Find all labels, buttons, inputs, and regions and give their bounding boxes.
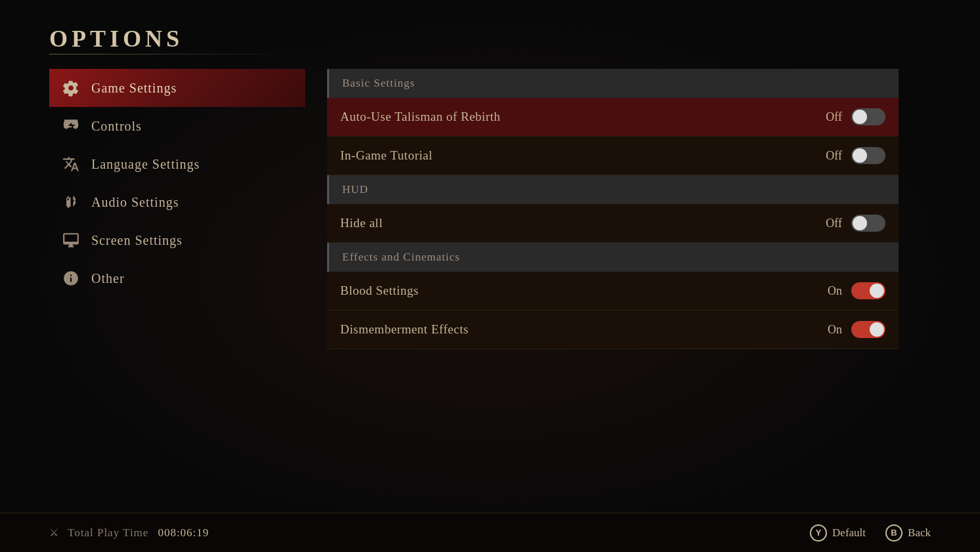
setting-value-hide-all: Off (819, 217, 842, 230)
toggle-knob-blood-settings (870, 284, 884, 298)
sidebar-item-screen-settings[interactable]: Screen Settings (49, 221, 305, 259)
setting-value-auto-use-talisman: Off (819, 110, 842, 124)
toggle-in-game-tutorial[interactable] (851, 147, 885, 164)
setting-row-auto-use-talisman[interactable]: Auto-Use Talisman of Rebirth Off (327, 98, 899, 137)
setting-control-auto-use-talisman: Off (819, 108, 885, 125)
section-header-effects: Effects and Cinematics (327, 243, 899, 272)
setting-control-hide-all: Off (819, 215, 885, 232)
controller-icon (62, 117, 79, 135)
section-header-basic-settings: Basic Settings (327, 69, 899, 98)
playtime-value: 008:06:19 (158, 526, 209, 540)
toggle-knob-in-game-tutorial (853, 148, 867, 163)
back-button-label: Back (908, 526, 931, 540)
default-button[interactable]: Y Default (810, 524, 866, 541)
gear-icon (62, 79, 79, 96)
setting-row-blood-settings[interactable]: Blood Settings On (327, 272, 899, 310)
setting-name-in-game-tutorial: In-Game Tutorial (340, 148, 432, 163)
setting-row-dismemberment-effects[interactable]: Dismemberment Effects On (327, 310, 899, 349)
toggle-dismemberment-effects[interactable] (851, 321, 885, 338)
sidebar: Game Settings Controls Language Settings (49, 69, 305, 297)
setting-control-dismemberment-effects: On (819, 321, 885, 338)
playtime-section: ⚔ Total Play Time 008:06:19 (49, 526, 209, 540)
b-button-icon: B (885, 524, 902, 541)
toggle-knob-hide-all (853, 216, 867, 230)
screen-icon (62, 232, 79, 249)
toggle-auto-use-talisman[interactable] (851, 108, 885, 125)
bottom-controls: Y Default B Back (810, 524, 931, 541)
section-header-hud: HUD (327, 175, 899, 204)
sidebar-item-label-controls: Controls (91, 119, 142, 134)
setting-name-dismemberment-effects: Dismemberment Effects (340, 322, 468, 337)
main-panel: Basic Settings Auto-Use Talisman of Rebi… (327, 69, 899, 349)
setting-name-auto-use-talisman: Auto-Use Talisman of Rebirth (340, 110, 501, 124)
sidebar-item-audio-settings[interactable]: Audio Settings (49, 183, 305, 221)
sidebar-item-other[interactable]: Other (49, 259, 305, 297)
playtime-icon: ⚔ (49, 526, 58, 539)
sidebar-item-label-screen-settings: Screen Settings (91, 233, 183, 248)
title-divider (49, 54, 292, 54)
setting-value-dismemberment-effects: On (819, 323, 842, 337)
sidebar-item-label-game-settings: Game Settings (91, 81, 177, 96)
info-icon (62, 270, 79, 287)
setting-name-blood-settings: Blood Settings (340, 284, 418, 298)
back-button[interactable]: B Back (885, 524, 931, 541)
playtime-label: Total Play Time (68, 526, 148, 540)
sidebar-item-game-settings[interactable]: Game Settings (49, 69, 305, 107)
sidebar-item-label-other: Other (91, 271, 125, 286)
sidebar-item-label-audio-settings: Audio Settings (91, 195, 179, 210)
sidebar-item-language-settings[interactable]: Language Settings (49, 145, 305, 183)
audio-icon (62, 194, 79, 211)
setting-row-in-game-tutorial[interactable]: In-Game Tutorial Off (327, 137, 899, 175)
page-title: OPTIONS (49, 25, 183, 53)
default-button-label: Default (832, 526, 866, 540)
toggle-hide-all[interactable] (851, 215, 885, 232)
sidebar-item-label-language-settings: Language Settings (91, 157, 200, 172)
y-button-icon: Y (810, 524, 827, 541)
setting-name-hide-all: Hide all (340, 216, 383, 230)
setting-control-in-game-tutorial: Off (819, 147, 885, 164)
setting-control-blood-settings: On (819, 282, 885, 299)
toggle-knob-dismemberment-effects (870, 322, 884, 337)
sidebar-item-controls[interactable]: Controls (49, 107, 305, 145)
setting-value-in-game-tutorial: Off (819, 149, 842, 163)
bottom-bar: ⚔ Total Play Time 008:06:19 Y Default B … (0, 513, 980, 552)
language-icon (62, 156, 79, 173)
toggle-knob-auto-use-talisman (853, 110, 867, 124)
toggle-blood-settings[interactable] (851, 282, 885, 299)
setting-row-hide-all[interactable]: Hide all Off (327, 204, 899, 243)
setting-value-blood-settings: On (819, 284, 842, 298)
